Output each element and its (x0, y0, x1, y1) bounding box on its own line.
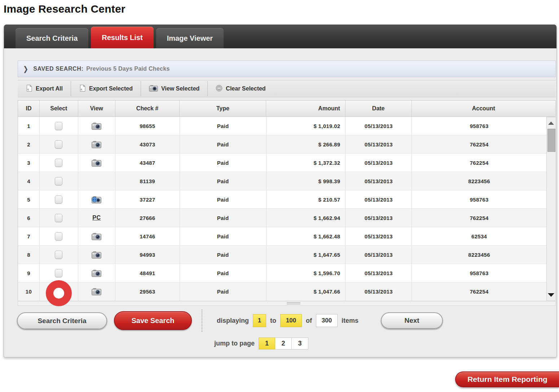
displaying-to-value: 100 (280, 314, 302, 327)
cell-id: 7 (18, 227, 40, 245)
cell-check-number: 37227 (115, 190, 180, 208)
row-select-checkbox[interactable] (55, 177, 62, 185)
cell-view (78, 135, 115, 153)
view-selected-button[interactable]: View Selected (141, 80, 207, 97)
jump-to-page-controls: jump to page 1 2 3 (214, 337, 308, 350)
row-select-checkbox[interactable] (55, 269, 62, 277)
column-header-type: Type (180, 101, 266, 116)
cell-type: Paid (180, 282, 267, 300)
cell-amount: $ 266.89 (267, 135, 346, 153)
cell-amount: $ 1,047.66 (267, 282, 346, 300)
row-select-checkbox[interactable] (55, 232, 62, 241)
cell-id: 2 (18, 135, 40, 153)
cell-date: 05/13/2013 (345, 172, 412, 190)
page-button-1[interactable]: 1 (259, 338, 275, 349)
table-row: 2 43073 Paid $ 266.89 05/13/2013 762254 (18, 135, 546, 154)
image-research-center-page: Image Research Center Search Criteria Re… (0, 0, 559, 392)
export-document-icon (26, 84, 32, 93)
cell-view (78, 282, 115, 300)
clear-circle-icon (216, 85, 223, 93)
cell-type: Paid (180, 172, 267, 190)
row-select-checkbox[interactable] (55, 140, 62, 149)
view-image-camera-icon[interactable] (92, 288, 101, 295)
row-select-checkbox[interactable] (55, 122, 62, 130)
cell-type: Paid (180, 246, 267, 264)
column-header-amount: Amount (266, 101, 345, 116)
cell-select (40, 264, 78, 282)
scroll-up-arrow-icon[interactable] (548, 122, 554, 125)
row-select-checkbox[interactable] (55, 251, 62, 259)
view-image-pending-camera-icon[interactable] (92, 196, 101, 203)
displaying-label: displaying (217, 317, 249, 325)
page-title: Image Research Center (4, 3, 126, 15)
annotation-highlight-circle (46, 280, 72, 306)
return-item-reporting-button[interactable]: Return Item Reporting (455, 371, 559, 387)
cell-check-number: 14746 (115, 227, 180, 245)
horizontal-scrollbar[interactable] (18, 301, 556, 306)
horizontal-scrollbar-grip[interactable] (287, 302, 300, 305)
cell-id: 1 (18, 117, 40, 135)
save-search-button[interactable]: Save Search (114, 311, 192, 330)
view-image-camera-icon[interactable] (92, 141, 101, 148)
cell-date: 05/13/2013 (345, 209, 412, 227)
view-selected-label: View Selected (161, 85, 199, 92)
cell-type: Paid (180, 209, 267, 227)
view-image-camera-icon[interactable] (92, 122, 101, 130)
cell-view (78, 246, 115, 264)
table-row: 3 43487 Paid $ 1,372.32 05/13/2013 76225… (18, 154, 546, 172)
tab-results-list[interactable]: Results List (91, 27, 153, 48)
cell-select (40, 154, 78, 172)
page-button-2[interactable]: 2 (275, 338, 292, 349)
vertical-scrollbar[interactable] (546, 117, 556, 301)
of-label: of (306, 317, 312, 325)
tab-image-viewer[interactable]: Image Viewer (156, 28, 224, 48)
next-page-button[interactable]: Next (381, 312, 443, 329)
cell-account: 8223456 (412, 172, 546, 190)
cell-select (40, 190, 78, 208)
cell-check-number: 94993 (115, 246, 180, 264)
cell-select (40, 209, 78, 227)
cell-amount: $ 1,372.32 (267, 154, 346, 172)
tab-search-criteria[interactable]: Search Criteria (16, 28, 88, 48)
table-row: 4 81139 Paid $ 998.39 05/13/2013 8223456 (18, 172, 546, 190)
cell-date: 05/13/2013 (345, 154, 412, 172)
view-image-camera-icon[interactable] (92, 269, 101, 277)
cell-amount: $ 1,662.48 (267, 227, 346, 245)
items-label: items (342, 317, 358, 325)
cell-select (40, 135, 78, 153)
export-all-button[interactable]: Export All (18, 80, 71, 97)
view-image-camera-icon[interactable] (92, 233, 101, 240)
camera-icon (149, 85, 158, 93)
export-selected-button[interactable]: Export Selected (71, 80, 141, 97)
export-all-label: Export All (36, 85, 63, 92)
cell-amount: $ 210.57 (267, 190, 346, 208)
search-criteria-button[interactable]: Search Criteria (17, 312, 107, 329)
cell-amount: $ 1,647.65 (267, 246, 346, 264)
view-image-camera-icon[interactable] (92, 251, 101, 259)
saved-search-bar[interactable]: ❯ SAVED SEARCH: Previous 5 Days Paid Che… (18, 61, 556, 77)
table-row: 6 PC 27666 Paid $ 1,662.94 05/13/2013 76… (18, 209, 546, 227)
page-button-3[interactable]: 3 (292, 338, 308, 349)
row-select-checkbox[interactable] (55, 159, 62, 167)
cell-select (40, 117, 78, 135)
vertical-scrollbar-thumb[interactable] (547, 129, 555, 152)
table-row: 1 98655 Paid $ 1,019.02 05/13/2013 95876… (18, 117, 546, 135)
scroll-down-arrow-icon[interactable] (548, 293, 554, 297)
cell-account: 8223456 (412, 246, 546, 264)
jump-to-page-label: jump to page (214, 340, 255, 347)
cell-account: 762254 (412, 154, 546, 172)
cell-check-number: 27666 (115, 209, 180, 227)
cell-view (78, 264, 115, 282)
cell-account: 958763 (412, 190, 546, 208)
export-document-icon (79, 84, 86, 93)
pc-view-link[interactable]: PC (92, 215, 101, 221)
cell-check-number: 48491 (115, 264, 180, 282)
clear-selected-button[interactable]: Clear Selected (208, 80, 273, 97)
cell-type: Paid (180, 117, 267, 135)
view-image-camera-icon[interactable] (92, 159, 101, 167)
row-select-checkbox[interactable] (55, 214, 62, 222)
row-select-checkbox[interactable] (55, 195, 62, 204)
to-label: to (270, 317, 276, 325)
results-table: ID Select View Check # Type Amount Date … (18, 100, 556, 306)
table-row: 10 29563 Paid $ 1,047.66 05/13/2013 7622… (18, 282, 546, 301)
